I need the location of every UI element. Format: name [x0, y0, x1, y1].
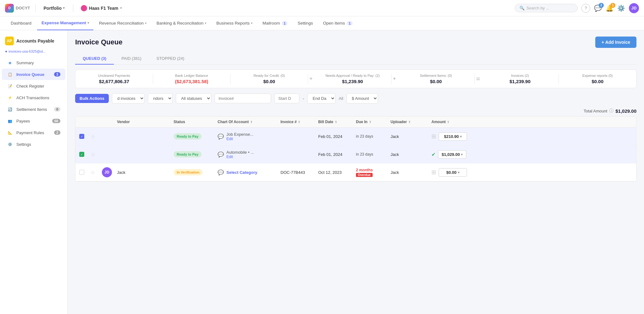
nav-business-reports[interactable]: Business Reports ▾: [212, 16, 257, 30]
row3-star[interactable]: ☆: [91, 169, 102, 175]
app-logo[interactable]: D DOCYT: [5, 4, 30, 13]
layout: AP Accounts Payable ● invoices-usa-6325@…: [0, 30, 644, 314]
sidebar-item-payees[interactable]: 👥 Payees 68: [2, 115, 65, 127]
row2-check-icon: ✔: [431, 151, 436, 157]
row1-chart-of-account: 💬 Job Expense... Edit: [218, 132, 280, 141]
plus-operator-2: +: [391, 76, 397, 82]
row2-status: Ready to Pay: [174, 151, 218, 157]
nav-banking-reconciliation[interactable]: Banking & Reconciliation ▾: [152, 16, 211, 30]
settlement-count: 0: [54, 107, 60, 111]
portfolio-button[interactable]: Portfolio ▾: [41, 4, 68, 12]
vendors-select[interactable]: ndors: [148, 93, 173, 104]
page-header: Invoice Queue + Add Invoice: [75, 37, 636, 48]
th-vendor: Vendor: [117, 120, 174, 124]
row3-select-category-link[interactable]: Select Category: [226, 170, 257, 175]
sidebar-item-invoice-queue[interactable]: 📋 Invoice Queue 3: [2, 69, 65, 80]
nav-banking-arrow: ▾: [205, 21, 206, 25]
sort-due-icon: ⬆: [369, 120, 371, 124]
row2-amount-button[interactable]: $1,029.00 ▾: [438, 150, 466, 159]
navbar: Dashboard Expense Management ▾ Revenue R…: [0, 16, 644, 30]
nav-revenue-reconciliation[interactable]: Revenue Reconciliation ▾: [95, 16, 151, 30]
sidebar-settings-icon: ⚙️: [7, 141, 13, 147]
team-dot: [81, 5, 87, 11]
sidebar-item-settings[interactable]: ⚙️ Settings: [2, 139, 65, 150]
team-selector[interactable]: Haas F1 Team ▾: [78, 4, 125, 13]
search-icon: 🔍: [519, 6, 525, 10]
row2-star[interactable]: ☆: [91, 151, 102, 157]
topbar: D DOCYT Portfolio ▾ Haas F1 Team ▾ 🔍 Sea…: [0, 0, 644, 16]
row2-amount: ✔ $1,029.00 ▾: [431, 150, 472, 159]
equals-operator: =: [475, 75, 481, 83]
row1-status: Ready to Pay: [174, 133, 218, 140]
start-date-input[interactable]: [274, 94, 299, 103]
tab-queued[interactable]: QUEUED (3): [75, 53, 114, 65]
row2-comment-icon[interactable]: 💬: [218, 151, 224, 157]
row3-amount-button[interactable]: $0.00 ▾: [439, 168, 467, 177]
table-row: ✓ ☆ Ready to Pay 💬 Job Expense... Edit: [75, 128, 636, 146]
topbar-right: 🔍 Search by ... ? 💬 2 🔔 1 ⚙️ JD: [515, 3, 639, 13]
row2-edit-link[interactable]: Edit: [226, 155, 254, 159]
row2-chart-of-account: 💬 Automobile • ... Edit: [218, 150, 280, 159]
check-register-icon: 📝: [7, 83, 13, 89]
sidebar-item-ach-transactions[interactable]: ⚡ ACH Transactions: [2, 92, 65, 103]
row2-amount-chevron: ▾: [461, 153, 463, 156]
nav-dashboard[interactable]: Dashboard: [6, 16, 36, 30]
row3-comment-icon[interactable]: 💬: [218, 169, 224, 175]
row1-edit-link[interactable]: Edit: [226, 137, 253, 141]
settings-icon-btn[interactable]: ⚙️: [617, 4, 625, 12]
sort-bill-icon: ⬆: [335, 120, 337, 124]
tab-stopped[interactable]: STOPPED (24): [149, 53, 192, 65]
nav-business-arrow: ▾: [251, 21, 253, 25]
th-bill-date: Bill Date ⬆: [318, 120, 356, 124]
table-row: ☆ JD Jack In Verification 💬 Select Categ…: [75, 163, 636, 181]
row3-uploader: Jack: [391, 170, 431, 175]
summary-icon: ◉: [7, 60, 13, 66]
th-due-in: Due In ⬆: [356, 120, 391, 124]
row2-bill-date: Feb 01, 2024: [318, 152, 356, 157]
payment-rules-count: 2: [54, 130, 60, 135]
invoices-dropdown[interactable]: d invoices: [112, 93, 145, 104]
end-date-select[interactable]: End Da: [307, 93, 336, 104]
sidebar-subtitle: ● invoices-usa-6325@st...: [0, 49, 67, 57]
search-bar[interactable]: 🔍 Search by ...: [515, 4, 578, 12]
nav-expense-arrow: ▾: [87, 21, 89, 25]
user-avatar[interactable]: JD: [629, 3, 639, 13]
sidebar-item-summary[interactable]: ◉ Summary: [2, 57, 65, 68]
row3-checkbox[interactable]: [79, 170, 91, 175]
messages-button[interactable]: 💬 2: [594, 4, 602, 12]
invoice-search-input[interactable]: [214, 94, 271, 103]
th-amount: Amount ⬆: [431, 120, 472, 124]
status-select[interactable]: All statuses: [176, 93, 211, 104]
bulk-actions-button[interactable]: Bulk Actions: [75, 94, 109, 103]
nav-open-items[interactable]: Open Items 1: [319, 16, 357, 30]
tab-paid[interactable]: PAID (381): [114, 53, 149, 65]
sidebar-item-settlement-items[interactable]: 🔄 Settlement Items 0: [2, 104, 65, 115]
all-label: All: [339, 96, 343, 101]
sidebar-item-payment-rules[interactable]: 📐 Payment Rules 2: [2, 127, 65, 138]
stat-uncleared-payments: Uncleared Payments $2,677,806.37: [75, 74, 153, 84]
row1-checkbox[interactable]: ✓: [79, 134, 91, 139]
stat-bank-ledger-balance: Bank Ledger Balance ($2,673,381.58): [153, 74, 231, 84]
payees-count: 68: [52, 119, 60, 123]
row1-amount-button[interactable]: $210.90 ▾: [439, 132, 467, 141]
stat-invoices: Invoices (2) $1,239.90: [481, 74, 559, 84]
th-chart-of-account: Chart Of Account ⬆: [218, 120, 280, 124]
payment-rules-icon: 📐: [7, 129, 13, 136]
sidebar-item-check-register[interactable]: 📝 Check Register: [2, 80, 65, 92]
add-invoice-button[interactable]: + Add Invoice: [595, 37, 636, 48]
row1-star[interactable]: ☆: [91, 134, 102, 140]
invoice-table: Vendor Status Chart Of Account ⬆ Invoice…: [75, 116, 636, 182]
row2-checkbox[interactable]: ✓: [79, 152, 91, 157]
row1-comment-icon[interactable]: 💬: [218, 134, 224, 140]
stats-row: Uncleared Payments $2,677,806.37 Bank Le…: [75, 70, 636, 88]
nav-mailroom[interactable]: Mailroom 1: [258, 16, 292, 30]
nav-expense-management[interactable]: Expense Management ▾: [37, 16, 93, 30]
total-amount-info-icon[interactable]: ⓘ: [609, 108, 613, 114]
help-button[interactable]: ?: [581, 4, 590, 13]
table-header-row: Vendor Status Chart Of Account ⬆ Invoice…: [75, 117, 636, 128]
amount-select[interactable]: $ Amount: [347, 93, 378, 104]
row2-uploader: Jack: [391, 152, 431, 157]
notifications-button[interactable]: 🔔 1: [606, 4, 613, 12]
nav-settings[interactable]: Settings: [293, 16, 317, 30]
row3-avatar: JD: [102, 167, 117, 177]
